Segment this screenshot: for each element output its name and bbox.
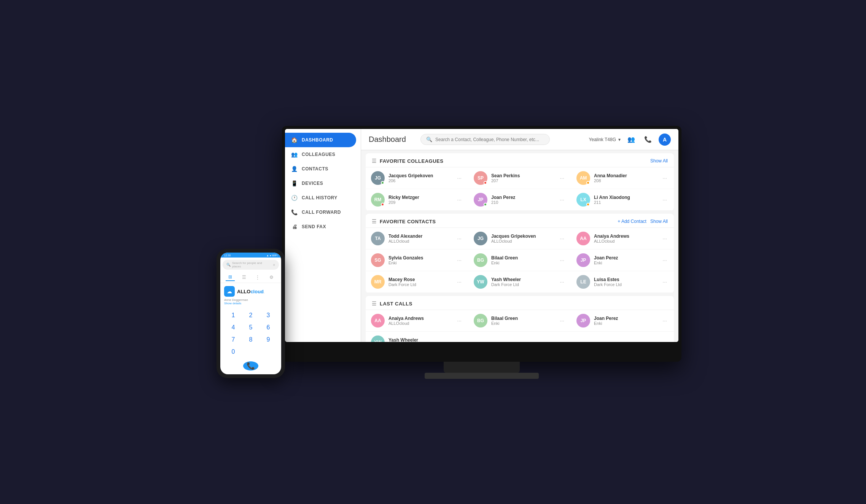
device-selector[interactable]: Yealink T48G ▾ [589,137,621,142]
phone-tab-more[interactable]: ⋮ [253,273,262,281]
contact-name: Bilaal Green [491,255,554,261]
contact-item[interactable]: JG Jacques Gripekoven ALLOcloud ··· [468,228,571,250]
contacts-topbar-icon[interactable]: 👥 [625,134,637,146]
more-options-button[interactable]: ··· [558,235,566,242]
dial-key-5[interactable]: 5 [243,323,258,332]
search-icon: 🔍 [426,137,432,142]
phone-app-name: ALLOcloud. [237,289,264,294]
avatar: JP [576,314,590,328]
dial-key-0[interactable]: 0 [226,347,241,357]
call-forward-icon: 📞 [291,209,298,216]
more-options-button[interactable]: ··· [455,278,463,286]
sidebar-item-devices[interactable]: 📱 DEVICES [285,176,361,191]
dial-key-4[interactable]: 4 [226,323,241,332]
last-call-item[interactable]: AA Anaiya Andrews ALLOcloud ··· [366,310,468,332]
sidebar-item-call-history[interactable]: 🕐 CALL HISTORY [285,191,361,205]
contact-name: Sean Perkins [491,173,554,178]
contacts-icon: 👤 [291,165,298,172]
dial-key-3[interactable]: 3 [261,310,276,320]
contact-item[interactable]: BG Bilaal Green Enki ··· [468,250,571,271]
dial-key-8[interactable]: 8 [243,335,258,345]
user-avatar[interactable]: A [659,134,671,146]
phone-show-details[interactable]: Show details [224,302,277,305]
contact-name: Sylvia Gonzales [388,255,452,261]
last-calls-title: LAST CALLS [380,301,668,307]
sidebar-item-dashboard[interactable]: 🏠 DASHBOARD [285,133,356,147]
dial-key-9[interactable]: 9 [261,335,276,345]
collapse-icon-2[interactable]: ☰ [372,218,377,224]
dial-key-2[interactable]: 2 [243,310,258,320]
colleague-item[interactable]: LX Li Ann Xiaodong 211 ··· [571,189,674,211]
sidebar-item-contacts[interactable]: 👤 CONTACTS [285,162,361,176]
more-options-button[interactable]: ··· [661,317,669,324]
add-contact-button[interactable]: + Add Contact [618,219,646,224]
more-options-button[interactable]: ··· [661,256,669,264]
colleague-item[interactable]: RM Ricky Metzger 209 ··· [366,189,468,211]
contact-item[interactable]: YW Yash Wheeler Dark Force Ltd ··· [468,271,571,293]
search-bar[interactable]: 🔍 [420,134,550,145]
call-history-icon: 🕐 [291,194,298,201]
search-input[interactable] [435,137,544,142]
more-options-button[interactable]: ··· [455,235,463,242]
more-options-button[interactable]: ··· [558,196,566,204]
phone-tab-settings[interactable]: ⚙ [267,273,276,281]
contact-info: Bilaal Green Enki [491,255,554,265]
contact-company: Dark Force Ltd [491,282,554,287]
favorite-colleagues-header: ☰ FAVORITE COLLEAGUES Show All [366,153,674,167]
phone-tab-list[interactable]: ☰ [239,273,248,281]
more-options-button[interactable]: ··· [455,256,463,264]
colleague-item[interactable]: SP Sean Perkins 207 ··· [468,167,571,189]
collapse-icon-3[interactable]: ☰ [372,300,377,307]
more-options-button[interactable]: ··· [661,196,669,204]
sidebar-item-send-fax[interactable]: 🖨 SEND FAX [285,219,361,234]
more-options-button[interactable]: ··· [661,235,669,242]
avatar-img: AA [371,314,385,328]
contact-item[interactable]: MR Macey Rose Dark Force Ltd ··· [366,271,468,293]
dial-key-6[interactable]: 6 [261,323,276,332]
contact-item[interactable]: JP Joan Perez Enki ··· [571,250,674,271]
more-options-button[interactable]: ··· [455,317,463,324]
avatar: SP [474,171,487,185]
last-call-item[interactable]: BG Bilaal Green Enki ··· [468,310,571,332]
more-options-button[interactable]: ··· [558,278,566,286]
home-icon: 🏠 [291,137,298,143]
dial-key-1[interactable]: 1 [226,310,241,320]
collapse-icon[interactable]: ☰ [372,158,377,164]
colleagues-show-all-button[interactable]: Show All [650,158,668,164]
contact-info: Anaiya Andrews ALLOcloud [388,316,452,326]
more-options-button[interactable]: ··· [558,174,566,182]
phone-search[interactable]: 🔍 Search for people and places + [223,260,279,270]
sidebar-item-colleagues[interactable]: 👥 COLLEAGUES [285,147,361,162]
last-call-item[interactable]: YW Yash Wheeler Dark Force Ltd ··· [366,332,468,342]
phone-topbar-icon[interactable]: 📞 [642,134,654,146]
avatar-img: LE [576,275,590,289]
colleague-item[interactable]: AM Anna Monadier 208 ··· [571,167,674,189]
contact-info: Todd Alexander ALLOcloud [388,234,452,243]
contact-info: Luisa Estes Dark Force Ltd [594,277,657,287]
sidebar-item-call-forward[interactable]: 📞 CALL FORWARD [285,205,361,219]
more-options-button[interactable]: ··· [455,196,463,204]
colleague-item[interactable]: JP Joan Perez 210 ··· [468,189,571,211]
avatar: AA [576,232,590,245]
phone-time: 12:30 [224,254,231,257]
contact-item[interactable]: TA Todd Alexander ALLOcloud ··· [366,228,468,250]
more-options-button[interactable]: ··· [455,174,463,182]
more-options-button[interactable]: ··· [558,256,566,264]
more-options-button[interactable]: ··· [661,278,669,286]
dial-key-7[interactable]: 7 [226,335,241,345]
contact-item[interactable]: LE Luisa Estes Dark Force Ltd ··· [571,271,674,293]
more-options-button[interactable]: ··· [558,317,566,324]
contacts-show-all-button[interactable]: Show All [650,219,668,224]
page-title: Dashboard [369,135,414,144]
more-options-button[interactable]: ··· [661,174,669,182]
phone-tab-grid[interactable]: ⊞ [226,273,235,281]
phone-call-button[interactable]: 📞 [243,361,258,370]
contact-item[interactable]: SG Sylvia Gonzales Enki ··· [366,250,468,271]
last-call-item[interactable]: JP Joan Perez Enki ··· [571,310,674,332]
mobile-phone: 12:30 ▲ ● WiFi 🔍 Search for people and p… [216,249,285,378]
colleague-item[interactable]: JG Jacques Gripekoven 206 ··· [366,167,468,189]
more-options-button[interactable]: ··· [455,339,463,342]
contact-item[interactable]: AA Anaiya Andrews ALLOcloud ··· [571,228,674,250]
avatar: BG [474,253,487,267]
sidebar-label-send-fax: SEND FAX [302,224,326,229]
